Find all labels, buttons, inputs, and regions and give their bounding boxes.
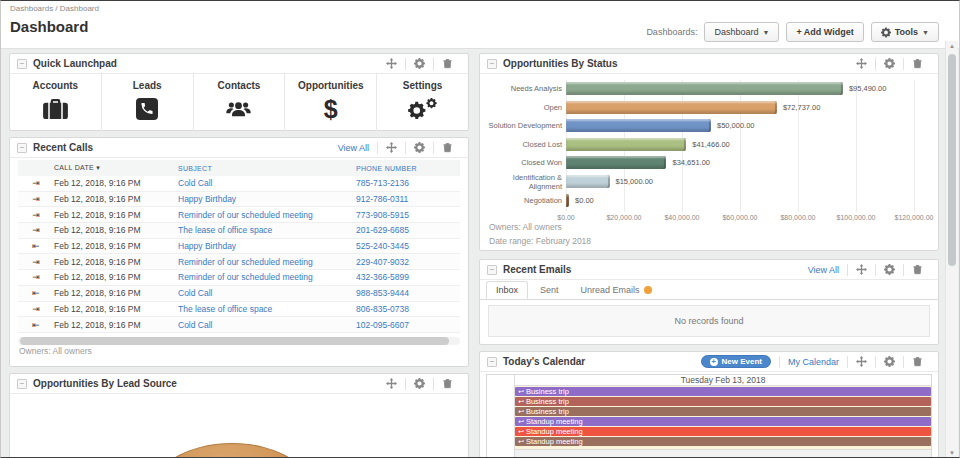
call-subject-link[interactable]: Reminder of our scheduled meeting [178,210,356,220]
gear-icon[interactable] [883,57,896,70]
move-icon[interactable] [385,57,398,70]
table-row: ⇤Feb 12, 2018, 9:16 PMHappy Birthday525-… [18,239,460,255]
breadcrumb[interactable]: Dashboards / Dashboard [10,4,99,13]
chart-row: Negotiation$0.00 [480,194,938,207]
collapse-icon[interactable]: − [17,59,27,69]
category-label: Negotiation [480,196,562,205]
unread-badge [644,286,652,294]
call-subject-link[interactable]: Reminder of our scheduled meeting [178,257,356,267]
call-phone-link[interactable]: 201-629-6685 [356,225,460,235]
widget-quick-launchpad: − Quick Launchpad AccountsLeadsContactsO… [9,53,469,131]
call-date: Feb 12, 2018, 9:16 PM [54,320,178,330]
call-phone-link[interactable]: 773-908-5915 [356,210,460,220]
table-row: ⇤Feb 12, 2018, 9:16 PMCold Call988-853-9… [18,286,460,302]
call-date: Feb 12, 2018, 9:16 PM [54,225,178,235]
calendar-event[interactable]: ↩Standup meeting [515,417,931,426]
call-subject-link[interactable]: Happy Birthday [178,194,356,204]
calendar-event[interactable]: ↩Business trip [515,397,931,406]
call-phone-link[interactable]: 912-786-0311 [356,194,460,204]
call-phone-link[interactable]: 988-853-9444 [356,288,460,298]
collapse-icon[interactable]: − [17,143,27,153]
column-phone-number[interactable]: PHONE NUMBER [356,165,460,172]
my-calendar-link[interactable]: My Calendar [788,357,839,367]
gear-icon[interactable] [413,377,426,390]
horizontal-scrollbar[interactable] [18,337,460,345]
launchpad-item-opportunities[interactable]: Opportunities$ [285,74,377,131]
dashboard-select[interactable]: Dashboard ▼ [704,22,779,42]
call-subject-link[interactable]: Happy Birthday [178,241,356,251]
call-subject-link[interactable]: Cold Call [178,288,356,298]
trash-icon[interactable] [911,355,924,368]
calendar-date-header: Tuesday Feb 13, 2018 [515,375,931,386]
view-all-link[interactable]: View All [338,143,369,153]
gear-icon[interactable] [883,355,896,368]
calendar-event[interactable]: ↩Business trip [515,387,931,396]
view-all-link[interactable]: View All [808,265,839,275]
call-subject-link[interactable]: Cold Call [178,178,356,188]
trash-icon[interactable] [441,377,454,390]
move-icon[interactable] [855,57,868,70]
collapse-icon[interactable]: − [17,379,27,389]
move-icon[interactable] [855,355,868,368]
category-label: Needs Analysis [480,84,562,93]
move-icon[interactable] [385,377,398,390]
scroll-up-icon[interactable]: ▲ [946,43,958,49]
scroll-down-icon[interactable]: ▼ [946,450,958,456]
tab-label: Inbox [496,285,518,295]
collapse-icon[interactable]: − [487,265,497,275]
table-row: ⇥Feb 12, 2018, 9:16 PMReminder of our sc… [18,270,460,286]
launchpad-item-contacts[interactable]: Contacts [194,74,286,131]
widget-opp-by-lead-source: − Opportunities By Lead Source [9,373,469,458]
trash-icon[interactable] [911,57,924,70]
gear-icon[interactable] [883,263,896,276]
calendar-grid: Tuesday Feb 13, 2018 ↩Business trip↩Busi… [486,374,932,457]
tab-inbox[interactable]: Inbox [486,281,528,299]
bar [566,194,569,207]
new-event-button[interactable]: + New Event [701,355,771,368]
collapse-icon[interactable]: − [487,59,497,69]
launchpad-item-leads[interactable]: Leads [102,74,194,131]
move-icon[interactable] [855,263,868,276]
launchpad-item-settings[interactable]: Settings [377,74,468,131]
category-label: Closed Won [480,158,562,167]
event-label: Business trip [526,387,569,396]
scrollbar-thumb[interactable] [20,337,449,345]
move-icon[interactable] [385,141,398,154]
call-phone-link[interactable]: 806-835-0738 [356,304,460,314]
call-phone-link[interactable]: 525-240-3445 [356,241,460,251]
trash-icon[interactable] [441,57,454,70]
scrollbar-thumb[interactable] [948,54,956,266]
trash-icon[interactable] [441,141,454,154]
call-phone-link[interactable]: 432-366-5899 [356,272,460,282]
briefcase-icon [43,96,68,122]
trash-icon[interactable] [911,263,924,276]
column-subject[interactable]: SUBJECT [178,165,356,172]
inbound-call-icon: ⇤ [18,320,54,330]
new-event-label: New Event [722,357,762,366]
gear-icon[interactable] [413,141,426,154]
outbound-call-icon: ⇥ [18,194,54,204]
call-subject-link[interactable]: The lease of office space [178,225,356,235]
table-row: ⇥Feb 12, 2018, 9:16 PMThe lease of offic… [18,223,460,239]
column-call-date[interactable]: CALL DATE ▾ [54,164,178,172]
calendar-event[interactable]: ↩Standup meeting [515,427,931,436]
call-subject-link[interactable]: The lease of office space [178,304,356,314]
launchpad-item-accounts[interactable]: Accounts [10,74,102,131]
tab-unread-emails[interactable]: Unread Emails [571,281,662,299]
call-phone-link[interactable]: 785-713-2136 [356,178,460,188]
call-date: Feb 12, 2018, 9:16 PM [54,194,178,204]
call-phone-link[interactable]: 102-095-6607 [356,320,460,330]
call-phone-link[interactable]: 229-407-9032 [356,257,460,267]
calendar-event[interactable]: ↩Business trip [515,407,931,416]
gear-icon[interactable] [413,57,426,70]
add-widget-button[interactable]: + Add Widget [786,22,863,42]
tools-button[interactable]: Tools ▼ [871,22,939,42]
calendar-event[interactable]: ↩Standup meeting [515,437,931,446]
inbound-call-icon: ⇤ [18,288,54,298]
caret-down-icon: ▼ [762,29,769,36]
vertical-scrollbar[interactable]: ▲ ▼ [945,41,958,458]
call-subject-link[interactable]: Cold Call [178,320,356,330]
call-subject-link[interactable]: Reminder of our scheduled meeting [178,272,356,282]
tab-sent[interactable]: Sent [530,281,569,299]
collapse-icon[interactable]: − [487,357,497,367]
